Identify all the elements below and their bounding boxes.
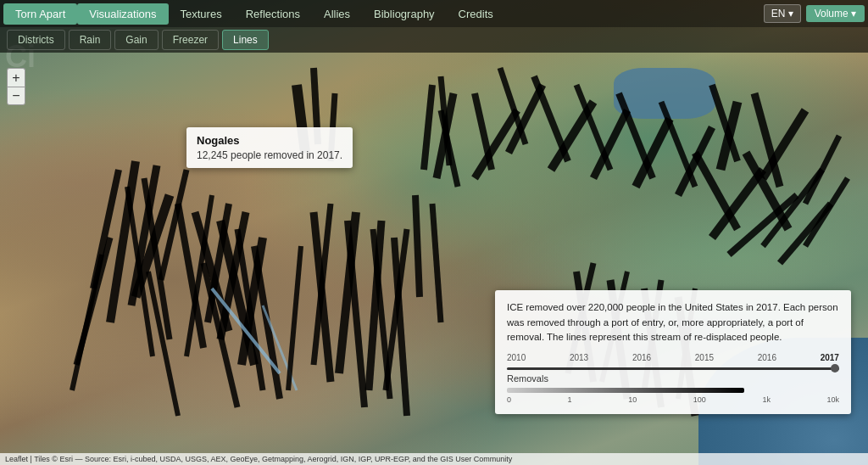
year-2016a: 2016 (632, 353, 651, 362)
sub-nav: Districts Rain Gain Freezer Lines (0, 27, 868, 53)
tick-0: 0 (507, 395, 511, 404)
timeline-years: 2010 2013 2016 2015 2016 2017 (507, 353, 839, 362)
legend-ticks: 0 1 10 100 1k 10k (507, 395, 839, 404)
legend: Removals 0 1 10 100 1k 10k (507, 373, 839, 404)
tick-1k: 1k (762, 395, 771, 404)
nav-visualizations[interactable]: Visualizations (77, 3, 168, 25)
nav-bibliography[interactable]: Bibliography (362, 3, 447, 25)
tick-100: 100 (693, 395, 706, 404)
zoom-controls: + − (7, 68, 25, 105)
tick-1: 1 (568, 395, 572, 404)
zoom-in-button[interactable]: + (7, 68, 25, 87)
map-tooltip: Nogales 12,245 people removed in 2017. (186, 127, 353, 168)
tooltip-description: 12,245 people removed in 2017. (197, 149, 342, 161)
timeline: 2010 2013 2016 2015 2016 2017 (507, 353, 839, 362)
sub-nav-lines[interactable]: Lines (222, 30, 269, 50)
tick-10: 10 (628, 395, 637, 404)
timeline-fill (507, 367, 839, 370)
year-2013: 2013 (570, 353, 588, 362)
info-text: ICE removed over 220,000 people in the U… (507, 300, 839, 345)
sub-nav-districts[interactable]: Districts (7, 30, 65, 50)
timeline-track[interactable] (507, 367, 839, 370)
legend-label: Removals (507, 373, 839, 384)
zoom-out-button[interactable]: − (7, 87, 25, 105)
tick-10k: 10k (826, 395, 839, 404)
sub-nav-freezer[interactable]: Freezer (162, 30, 219, 50)
nav-torn-apart[interactable]: Torn Apart (3, 3, 77, 25)
year-2017: 2017 (821, 353, 839, 362)
legend-bar (507, 388, 744, 393)
nav-textures[interactable]: Textures (169, 3, 234, 25)
legend-scale (507, 388, 839, 393)
timeline-thumb[interactable] (831, 364, 839, 373)
top-nav: Torn Apart Visualizations Textures Refle… (0, 0, 868, 27)
nav-credits[interactable]: Credits (447, 3, 505, 25)
sub-nav-gain[interactable]: Gain (114, 30, 158, 50)
year-2010: 2010 (507, 353, 526, 362)
nav-reflections[interactable]: Reflections (234, 3, 312, 25)
map-container: Ci (0, 0, 868, 465)
attribution: Leaflet | Tiles © Esri — Source: Esri, i… (0, 453, 868, 465)
water-great-lakes (614, 68, 715, 119)
info-panel: ICE removed over 220,000 people in the U… (495, 290, 851, 414)
language-button[interactable]: EN ▾ (764, 4, 801, 23)
volume-button[interactable]: Volume ▾ (806, 5, 865, 22)
sub-nav-rain[interactable]: Rain (69, 30, 112, 50)
year-2015: 2015 (695, 353, 714, 362)
tooltip-city: Nogales (197, 134, 342, 147)
nav-allies[interactable]: Allies (312, 3, 362, 25)
year-2016b: 2016 (758, 353, 776, 362)
